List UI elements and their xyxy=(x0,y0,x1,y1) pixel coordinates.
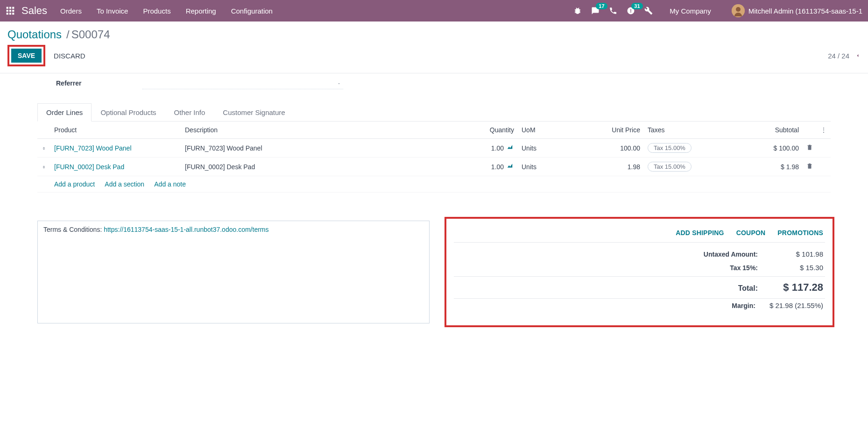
drag-handle-icon[interactable] xyxy=(37,139,50,158)
cell-description[interactable]: [FURN_0002] Desk Pad xyxy=(181,158,462,176)
save-button[interactable]: SAVE xyxy=(11,49,42,63)
svg-rect-2 xyxy=(12,7,14,9)
drag-handle-icon[interactable] xyxy=(37,158,50,176)
add-note-link[interactable]: Add a note xyxy=(154,180,186,188)
th-subtotal: Subtotal xyxy=(719,122,803,139)
cell-unit-price[interactable]: 100.00 xyxy=(574,139,644,158)
th-unit-price: Unit Price xyxy=(574,122,644,139)
company-selector[interactable]: My Company xyxy=(670,7,711,15)
svg-rect-1 xyxy=(9,7,11,9)
chat-icon[interactable]: 17 xyxy=(591,7,600,15)
order-lines-table: Product Description Quantity UoM Unit Pr… xyxy=(37,122,831,193)
table-row[interactable]: [FURN_7023] Wood Panel [FURN_7023] Wood … xyxy=(37,139,831,158)
tab-order-lines[interactable]: Order Lines xyxy=(37,103,92,122)
bug-icon[interactable] xyxy=(573,7,582,15)
table-row[interactable]: [FURN_0002] Desk Pad [FURN_0002] Desk Pa… xyxy=(37,158,831,176)
terms-link[interactable]: https://16113754-saas-15-1-all.runbot37.… xyxy=(104,226,268,233)
th-description: Description xyxy=(181,122,462,139)
cell-quantity[interactable]: 1.00 xyxy=(491,144,504,152)
th-taxes: Taxes xyxy=(644,122,719,139)
th-product: Product xyxy=(50,122,181,139)
breadcrumb: Quotations / S00074 xyxy=(0,22,868,45)
top-nav: Orders To Invoice Products Reporting Con… xyxy=(60,7,273,15)
avatar xyxy=(732,4,745,17)
brand[interactable]: Sales xyxy=(21,5,47,17)
add-shipping-button[interactable]: ADD SHIPPING xyxy=(676,229,724,237)
breadcrumb-root[interactable]: Quotations xyxy=(7,28,62,41)
nav-reporting[interactable]: Reporting xyxy=(186,7,216,15)
svg-point-10 xyxy=(736,7,741,12)
add-section-link[interactable]: Add a section xyxy=(105,180,144,188)
activity-badge: 31 xyxy=(631,3,642,9)
cell-uom[interactable]: Units xyxy=(518,158,574,176)
nav-products[interactable]: Products xyxy=(143,7,170,15)
system-tray: 17 31 My Company Mitchell Admin (1611375… xyxy=(573,4,862,17)
trash-icon[interactable] xyxy=(803,139,817,158)
tabs: Order Lines Optional Products Other Info… xyxy=(37,103,831,122)
action-bar: SAVE DISCARD 24 / 24 xyxy=(0,45,868,73)
tax-label: Tax 15%: xyxy=(730,264,758,272)
cell-subtotal: $ 100.00 xyxy=(719,139,803,158)
pager: 24 / 24 xyxy=(828,52,861,60)
th-uom: UoM xyxy=(518,122,574,139)
pager-prev-icon[interactable] xyxy=(855,52,861,60)
svg-rect-7 xyxy=(9,13,11,14)
total-label: Total: xyxy=(738,284,758,293)
terms-textarea[interactable]: Terms & Conditions: https://16113754-saa… xyxy=(37,221,430,323)
svg-rect-3 xyxy=(7,10,8,12)
margin-value: $ 21.98 (21.55%) xyxy=(769,301,823,309)
breadcrumb-separator: / xyxy=(66,28,70,41)
chart-icon[interactable] xyxy=(506,163,514,171)
tax-pill[interactable]: Tax 15.00% xyxy=(648,162,692,172)
trash-icon[interactable] xyxy=(803,158,817,176)
margin-label: Margin: xyxy=(732,302,755,309)
caret-down-icon xyxy=(337,80,341,87)
nav-configuration[interactable]: Configuration xyxy=(231,7,273,15)
nav-orders[interactable]: Orders xyxy=(60,7,82,15)
cell-subtotal: $ 1.98 xyxy=(719,158,803,176)
add-row: Add a product Add a section Add a note xyxy=(37,176,831,193)
user-name: Mitchell Admin (16113754-saas-15-1 xyxy=(748,7,862,15)
cell-quantity[interactable]: 1.00 xyxy=(491,163,504,171)
total-value: $ 117.28 xyxy=(772,281,823,294)
tab-other-info[interactable]: Other Info xyxy=(165,103,214,121)
referrer-label: Referrer xyxy=(56,79,142,87)
add-product-link[interactable]: Add a product xyxy=(54,180,95,188)
nav-to-invoice[interactable]: To Invoice xyxy=(97,7,128,15)
tools-icon[interactable] xyxy=(644,7,653,15)
svg-rect-4 xyxy=(9,10,11,12)
svg-rect-6 xyxy=(7,13,8,14)
cell-uom[interactable]: Units xyxy=(518,139,574,158)
promotions-button[interactable]: PROMOTIONS xyxy=(777,229,823,237)
referrer-field-row: Referrer xyxy=(37,73,831,99)
phone-icon[interactable] xyxy=(609,7,617,15)
totals-panel: ADD SHIPPING COUPON PROMOTIONS Untaxed A… xyxy=(448,221,831,323)
referrer-input[interactable] xyxy=(142,77,343,89)
chat-badge: 17 xyxy=(596,3,607,9)
user-menu[interactable]: Mitchell Admin (16113754-saas-15-1 xyxy=(732,4,862,17)
untaxed-label: Untaxed Amount: xyxy=(704,251,758,258)
breadcrumb-leaf: S00074 xyxy=(71,28,110,41)
untaxed-value: $ 101.98 xyxy=(772,250,823,258)
pager-text[interactable]: 24 / 24 xyxy=(828,52,849,60)
tax-value: $ 15.30 xyxy=(772,264,823,272)
svg-rect-5 xyxy=(12,10,14,12)
cell-description[interactable]: [FURN_7023] Wood Panel xyxy=(181,139,462,158)
tax-pill[interactable]: Tax 15.00% xyxy=(648,143,692,153)
th-quantity: Quantity xyxy=(462,122,518,139)
cell-unit-price[interactable]: 1.98 xyxy=(574,158,644,176)
tab-customer-signature[interactable]: Customer Signature xyxy=(214,103,294,121)
discard-button[interactable]: DISCARD xyxy=(54,52,85,60)
svg-rect-0 xyxy=(7,7,8,9)
apps-icon[interactable] xyxy=(6,6,15,15)
tab-optional-products[interactable]: Optional Products xyxy=(92,103,165,121)
activity-icon[interactable]: 31 xyxy=(627,7,635,15)
product-link[interactable]: [FURN_7023] Wood Panel xyxy=(54,144,132,152)
top-bar: Sales Orders To Invoice Products Reporti… xyxy=(0,0,868,22)
kebab-icon[interactable]: ⋮ xyxy=(817,122,831,139)
coupon-button[interactable]: COUPON xyxy=(736,229,766,237)
chart-icon[interactable] xyxy=(506,144,514,152)
product-link[interactable]: [FURN_0002] Desk Pad xyxy=(54,163,124,171)
terms-prefix: Terms & Conditions: xyxy=(43,226,104,233)
svg-rect-8 xyxy=(12,13,14,14)
